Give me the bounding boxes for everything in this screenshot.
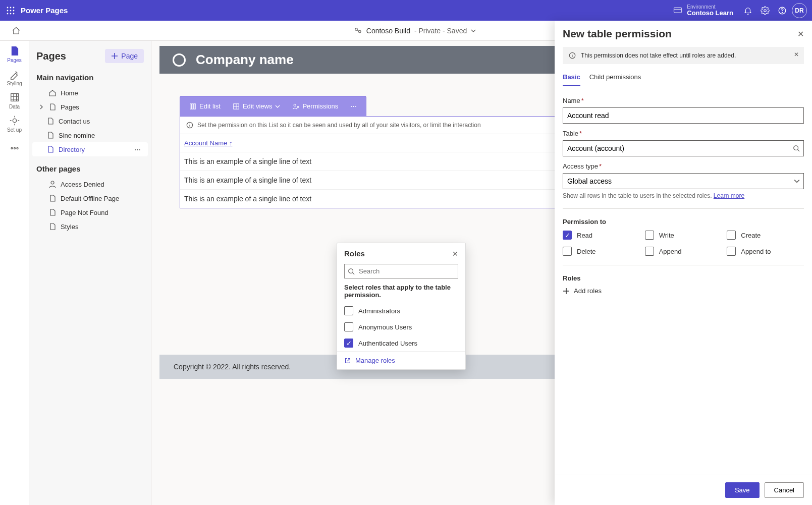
checkbox-icon: ✓: [344, 339, 353, 348]
table-input[interactable]: [563, 140, 804, 156]
list-hint: Set the permission on this List so it ca…: [197, 122, 481, 129]
group-other-pages: Other pages: [32, 160, 148, 177]
dismiss-notice-icon[interactable]: ✕: [794, 51, 799, 58]
app-launcher-icon[interactable]: [4, 4, 17, 17]
more-icon[interactable]: ⋯: [131, 146, 144, 153]
checkbox-icon: [344, 322, 353, 331]
settings-icon[interactable]: [756, 2, 774, 19]
role-option-anon[interactable]: Anonymous Users: [337, 319, 465, 335]
rail-data[interactable]: Data: [3, 89, 27, 111]
chevron-down-icon: [471, 28, 476, 33]
permission-panel: New table permission ✕ This permission d…: [555, 21, 812, 505]
environment-name: Contoso Learn: [687, 10, 733, 16]
site-context[interactable]: Contoso Build - Private - Saved: [353, 26, 476, 35]
tree-item-access-denied[interactable]: Access Denied: [32, 177, 148, 191]
grid-icon: [233, 103, 240, 110]
name-input[interactable]: [563, 107, 804, 124]
rail-setup[interactable]: Set up: [3, 113, 27, 135]
site-company-name: Company name: [196, 52, 294, 68]
left-rail: Pages Styling Data Set up: [0, 41, 29, 505]
checkbox-icon: [645, 247, 654, 256]
role-option-auth[interactable]: ✓Authenticated Users: [337, 335, 465, 351]
checkbox-icon: [344, 306, 353, 315]
svg-point-16: [13, 119, 16, 122]
user-avatar[interactable]: DR: [791, 2, 808, 19]
svg-point-4: [10, 10, 11, 11]
site-name: Contoso Build: [366, 27, 410, 35]
tab-basic[interactable]: Basic: [563, 69, 580, 86]
perm-create[interactable]: Create: [727, 231, 804, 240]
chevron-down-icon: [275, 104, 280, 109]
label-access-type: Access type*: [563, 162, 804, 170]
add-page-button[interactable]: Page: [105, 49, 144, 63]
roles-popup: Roles ✕ Select roles that apply to the t…: [337, 243, 466, 370]
perm-write[interactable]: Write: [645, 231, 722, 240]
access-type-select[interactable]: [563, 173, 804, 189]
more-button[interactable]: ⋯: [345, 99, 362, 113]
panel-notice: This permission does not take effect unt…: [563, 47, 804, 64]
pages-heading: Pages: [36, 50, 66, 62]
perm-append[interactable]: Append: [645, 247, 722, 256]
tree-item-sine[interactable]: Sine nomine: [32, 128, 148, 142]
checkbox-icon: [727, 231, 736, 240]
svg-point-30: [794, 146, 798, 150]
permissions-button[interactable]: Permissions: [287, 99, 343, 113]
tab-child[interactable]: Child permissions: [589, 69, 641, 86]
tree-item-offline[interactable]: Default Offline Page: [32, 191, 148, 205]
svg-rect-15: [11, 93, 18, 101]
perm-read[interactable]: ✓Read: [563, 231, 640, 240]
svg-point-14: [358, 30, 361, 33]
svg-point-10: [764, 9, 767, 12]
checkbox-icon: [727, 247, 736, 256]
perm-appendto[interactable]: Append to: [727, 247, 804, 256]
svg-point-1: [10, 7, 11, 8]
role-option-admin[interactable]: Administrators: [337, 303, 465, 319]
save-button[interactable]: Save: [725, 482, 760, 498]
rail-styling[interactable]: Styling: [3, 66, 27, 88]
svg-rect-23: [194, 103, 196, 109]
plus-icon: [563, 288, 570, 295]
site-icon: [353, 26, 362, 35]
tree-item-contact[interactable]: Contact us: [32, 114, 148, 128]
tree-item-directory[interactable]: Directory ⋯: [32, 142, 148, 156]
tree-item-notfound[interactable]: Page Not Found: [32, 205, 148, 219]
columns-icon: [189, 103, 196, 110]
learn-more-link[interactable]: Learn more: [714, 192, 744, 199]
cancel-button[interactable]: Cancel: [765, 482, 804, 498]
page-icon: [48, 208, 57, 216]
rail-pages[interactable]: Pages: [3, 43, 27, 65]
list-toolbar: Edit list Edit views Permissions ⋯: [180, 96, 366, 116]
notifications-icon[interactable]: [739, 2, 756, 19]
edit-list-button[interactable]: Edit list: [184, 99, 226, 113]
environment-picker[interactable]: Environment Contoso Learn: [673, 5, 733, 16]
rail-more[interactable]: [3, 138, 27, 160]
external-link-icon: [344, 357, 351, 364]
info-icon: [186, 122, 193, 129]
help-icon[interactable]: [774, 2, 791, 19]
svg-point-25: [294, 104, 296, 106]
tree-item-pages[interactable]: Pages: [32, 100, 148, 114]
add-roles-button[interactable]: Add roles: [563, 287, 804, 295]
roles-popup-title: Roles: [344, 249, 365, 258]
edit-views-button[interactable]: Edit views: [228, 99, 286, 113]
perm-delete[interactable]: Delete: [563, 247, 640, 256]
tree-item-home[interactable]: Home: [32, 86, 148, 100]
pages-sidebar: Pages Page Main navigation Home Pages Co…: [29, 41, 151, 505]
panel-title: New table permission: [563, 28, 672, 40]
site-status: - Private - Saved: [414, 27, 467, 35]
manage-roles-link[interactable]: Manage roles: [337, 351, 465, 369]
app-topbar: Power Pages Environment Contoso Learn DR: [0, 0, 812, 21]
svg-point-18: [14, 148, 15, 149]
page-icon: [48, 222, 57, 231]
tree-item-styles[interactable]: Styles: [32, 219, 148, 234]
close-icon[interactable]: ✕: [797, 29, 804, 39]
section-roles: Roles: [563, 274, 804, 282]
roles-search-input[interactable]: [344, 264, 458, 278]
page-icon: [48, 194, 57, 202]
home-icon[interactable]: [9, 24, 23, 38]
svg-point-5: [13, 10, 14, 11]
person-key-icon: [292, 103, 299, 110]
access-hint: Show all rows in the table to users in t…: [563, 192, 804, 199]
svg-point-20: [51, 181, 54, 184]
close-icon[interactable]: ✕: [452, 250, 458, 258]
